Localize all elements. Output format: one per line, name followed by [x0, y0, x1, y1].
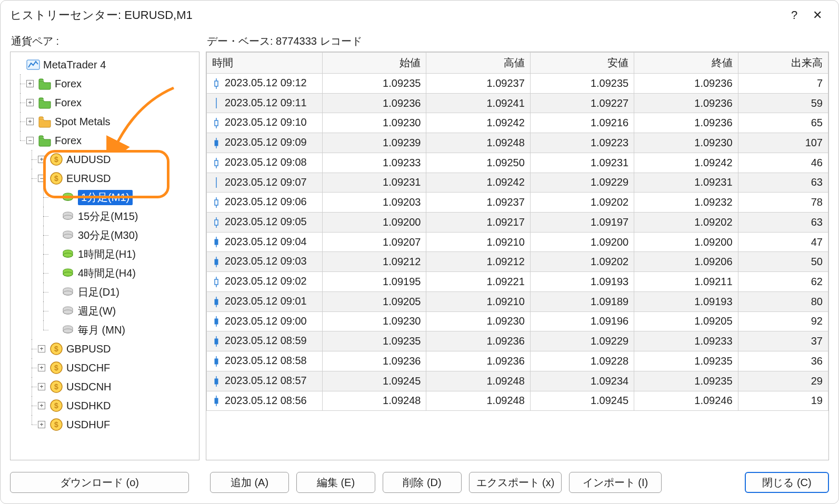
tree-symbol-selected[interactable]: −$EURUSD — [38, 169, 197, 188]
table-row[interactable]: 2023.05.12 09:121.092351.092371.092351.0… — [207, 74, 828, 94]
tree-label: USDCNH — [66, 381, 112, 393]
timeframe-icon — [61, 209, 75, 223]
tree-expander[interactable]: + — [38, 421, 45, 428]
cell-h: 1.09241 — [426, 93, 530, 113]
cell-v: 80 — [738, 291, 828, 311]
help-button[interactable]: ? — [783, 8, 806, 22]
cell-c: 1.09233 — [634, 331, 738, 351]
cell-l: 1.09200 — [530, 232, 634, 252]
cell-c: 1.09231 — [634, 173, 738, 193]
tree-root-node[interactable]: MetaTrader 4 — [15, 55, 197, 74]
tree-group[interactable]: −Forex — [26, 131, 197, 150]
cell-v: 7 — [738, 74, 828, 94]
table-row[interactable]: 2023.05.12 08:591.092351.092361.092291.0… — [207, 331, 828, 351]
table-row[interactable]: 2023.05.12 09:031.092121.092121.092021.0… — [207, 252, 828, 272]
timeframe-icon — [61, 190, 75, 204]
cell-h: 1.09236 — [426, 331, 530, 351]
tree-group[interactable]: +Spot Metals — [26, 112, 197, 131]
cell-l: 1.09231 — [530, 153, 634, 173]
svg-rect-52 — [215, 279, 218, 285]
tree-label: Spot Metals — [55, 116, 111, 128]
add-button[interactable]: 追加 (A) — [210, 472, 289, 493]
tree-group[interactable]: +Forex — [26, 93, 197, 112]
cell-time: 2023.05.12 08:58 — [207, 351, 323, 371]
svg-rect-60 — [215, 359, 218, 364]
tree-label: USDCHF — [66, 362, 110, 374]
edit-button[interactable]: 編集 (E) — [296, 472, 375, 493]
cell-time: 2023.05.12 08:59 — [207, 331, 323, 351]
tree-timeframe[interactable]: 1分足(M1) — [49, 188, 197, 207]
table-row[interactable]: 2023.05.12 09:011.092051.092101.091891.0… — [207, 291, 828, 311]
candle-icon — [212, 117, 221, 129]
table-row[interactable]: 2023.05.12 08:581.092361.092361.092281.0… — [207, 351, 828, 371]
tree-expander[interactable]: + — [26, 118, 34, 125]
tree-symbol[interactable]: +$USDHKD — [38, 396, 197, 415]
tree-expander[interactable]: + — [26, 80, 34, 87]
timeframe-icon — [61, 304, 75, 318]
cell-h: 1.09237 — [426, 193, 530, 213]
table-row[interactable]: 2023.05.12 09:051.092001.092171.091971.0… — [207, 213, 828, 233]
tree-expander[interactable]: + — [38, 364, 45, 371]
table-row[interactable]: 2023.05.12 09:111.092361.092411.092271.0… — [207, 93, 828, 113]
table-row[interactable]: 2023.05.12 09:021.091951.092211.091931.0… — [207, 272, 828, 292]
table-row[interactable]: 2023.05.12 09:101.092301.092421.092161.0… — [207, 113, 828, 133]
tree-group[interactable]: +Forex — [26, 74, 197, 93]
table-row[interactable]: 2023.05.12 09:061.092031.092371.092021.0… — [207, 193, 828, 213]
candle-icon — [212, 256, 221, 268]
column-header[interactable]: 出来高 — [738, 53, 828, 74]
tree-expander[interactable]: + — [38, 402, 45, 409]
candle-icon — [212, 216, 221, 229]
table-row[interactable]: 2023.05.12 08:561.092481.092481.092451.0… — [207, 391, 828, 411]
column-header[interactable]: 安値 — [530, 53, 634, 74]
tree-timeframe[interactable]: 週足(W) — [49, 301, 197, 320]
symbol-tree[interactable]: MetaTrader 4+Forex+Forex+Spot Metals−For… — [10, 52, 199, 460]
table-row[interactable]: 2023.05.12 08:571.092451.092481.092341.0… — [207, 371, 828, 391]
tree-timeframe[interactable]: 15分足(M15) — [49, 207, 197, 226]
tree-symbol[interactable]: +$USDHUF — [38, 415, 197, 434]
cell-c: 1.09193 — [634, 291, 738, 311]
table-row[interactable]: 2023.05.12 09:081.092331.092501.092311.0… — [207, 153, 828, 173]
table-row[interactable]: 2023.05.12 09:001.092301.092301.091961.0… — [207, 311, 828, 331]
tree-timeframe[interactable]: 1時間足(H1) — [49, 245, 197, 264]
cell-c: 1.09235 — [634, 371, 738, 391]
cell-v: 62 — [738, 272, 828, 292]
cell-c: 1.09235 — [634, 351, 738, 371]
tree-timeframe[interactable]: 毎月 (MN) — [49, 320, 197, 339]
delete-button[interactable]: 削除 (D) — [383, 472, 462, 493]
tree-timeframe[interactable]: 4時間足(H4) — [49, 264, 197, 283]
cell-c: 1.09211 — [634, 272, 738, 292]
cell-c: 1.09206 — [634, 252, 738, 272]
tree-symbol[interactable]: +$AUDUSD — [38, 150, 197, 169]
table-row[interactable]: 2023.05.12 09:071.092311.092421.092291.0… — [207, 173, 828, 193]
tree-symbol[interactable]: +$GBPUSD — [38, 339, 197, 358]
timeframe-icon — [61, 285, 75, 299]
cell-l: 1.09227 — [530, 93, 634, 113]
column-header[interactable]: 高値 — [426, 53, 530, 74]
close-button[interactable]: 閉じる (C) — [745, 472, 829, 493]
tree-symbol[interactable]: +$USDCHF — [38, 358, 197, 377]
column-header[interactable]: 時間 — [207, 53, 323, 74]
table-row[interactable]: 2023.05.12 09:041.092071.092101.092001.0… — [207, 232, 828, 252]
cell-o: 1.09236 — [323, 93, 426, 113]
tree-symbol[interactable]: +$USDCNH — [38, 377, 197, 396]
tree-expander[interactable]: − — [26, 137, 34, 144]
tree-expander[interactable]: + — [38, 156, 45, 163]
table-row[interactable]: 2023.05.12 09:091.092391.092481.092231.0… — [207, 133, 828, 153]
tree-timeframe[interactable]: 30分足(M30) — [49, 226, 197, 245]
cell-h: 1.09242 — [426, 113, 530, 133]
tree-expander[interactable]: − — [38, 175, 45, 182]
export-button[interactable]: エクスポート (x) — [469, 472, 562, 493]
history-table-container[interactable]: 時間始値高値安値終値出来高 2023.05.12 09:121.092351.0… — [206, 52, 829, 460]
tree-expander[interactable]: + — [38, 383, 45, 390]
tree-expander[interactable]: + — [38, 345, 45, 352]
download-button[interactable]: ダウンロード (o) — [10, 472, 189, 493]
import-button[interactable]: インポート (I) — [569, 472, 662, 493]
tree-expander[interactable]: + — [26, 99, 34, 106]
candle-icon — [212, 236, 221, 248]
close-window-button[interactable]: ✕ — [806, 8, 829, 22]
cell-c: 1.09236 — [634, 74, 738, 94]
tree-timeframe[interactable]: 日足(D1) — [49, 283, 197, 301]
column-header[interactable]: 終値 — [634, 53, 738, 74]
column-header[interactable]: 始値 — [323, 53, 426, 74]
cell-h: 1.09217 — [426, 213, 530, 233]
